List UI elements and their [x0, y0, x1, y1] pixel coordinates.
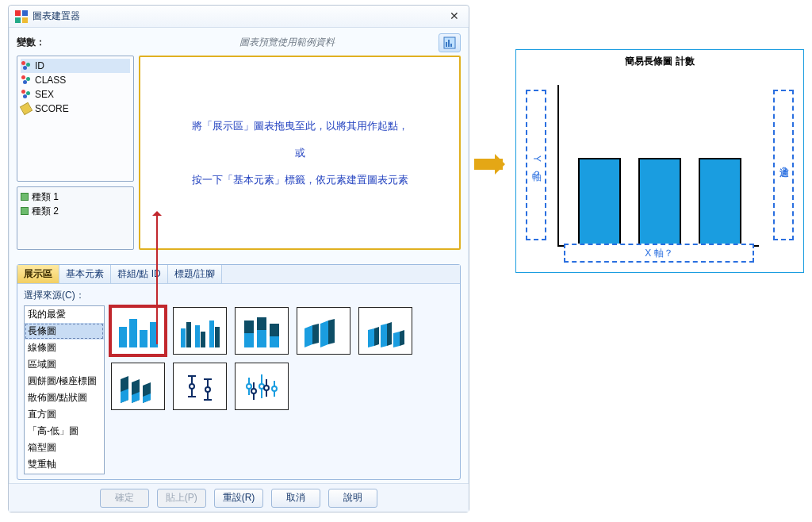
- nominal-icon: [21, 75, 32, 85]
- tab-strip: 展示區 基本元素 群組/點 ID 標題/註腳: [17, 265, 460, 284]
- chart-toggle-icon: [443, 36, 456, 49]
- svg-marker-23: [328, 319, 335, 344]
- category-item[interactable]: 種類 1: [21, 190, 130, 204]
- svg-marker-24: [368, 328, 374, 347]
- chart-builder-dialog: 圖表建置器 ✕ 變數： 圖表預覽使用範例資料 ID: [8, 5, 469, 512]
- svg-rect-12: [209, 320, 214, 347]
- category-list[interactable]: 種類 1 種類 2: [17, 186, 134, 250]
- variable-item[interactable]: CLASS: [21, 73, 130, 87]
- svg-point-51: [251, 389, 256, 393]
- svg-rect-10: [195, 325, 200, 347]
- chart-type-list[interactable]: 我的最愛 長條圖 線條圖 區域圖 圓餅圖/極座標圖 散佈圖/點狀圖 直方圖 「高…: [24, 305, 105, 474]
- variables-label: 變數：: [17, 36, 136, 49]
- svg-rect-15: [244, 333, 254, 347]
- preview-hint: 圖表預覽使用範例資料: [136, 36, 439, 49]
- app-icon: [15, 10, 28, 23]
- chart-type-item[interactable]: 散佈圖/點狀圖: [25, 390, 104, 406]
- chart-type-item[interactable]: 箱型圖: [25, 439, 104, 456]
- bar-3d-icon: [301, 313, 346, 349]
- svg-rect-13: [215, 327, 220, 347]
- help-button[interactable]: 說明: [328, 489, 377, 508]
- svg-rect-11: [201, 332, 205, 347]
- tab-basic-elements[interactable]: 基本元素: [59, 265, 111, 283]
- chart-type-item[interactable]: 雙重軸: [25, 456, 104, 473]
- preview-bar: [578, 158, 621, 245]
- chart-type-item[interactable]: 線條圖: [25, 340, 104, 356]
- error-bar-grouped-icon: [239, 368, 284, 405]
- chart-thumb-clustered-bar[interactable]: [173, 307, 227, 355]
- variable-item[interactable]: SCORE: [21, 102, 130, 116]
- svg-point-53: [264, 386, 269, 390]
- tab-groups-point-id[interactable]: 群組/點 ID: [111, 265, 168, 283]
- left-column: ID CLASS SEX SCORE: [17, 56, 134, 250]
- svg-marker-21: [312, 324, 319, 344]
- category-icon: [21, 193, 29, 201]
- reset-button[interactable]: 重設(R): [214, 489, 264, 508]
- preview-bar: [699, 158, 741, 245]
- variable-name: SEX: [35, 89, 54, 100]
- preview-bar: [638, 158, 681, 245]
- category-label: 種類 2: [32, 205, 59, 218]
- chart-type-item[interactable]: 我的最愛: [25, 306, 104, 323]
- canvas-hint-line: 或: [295, 140, 305, 167]
- variable-item[interactable]: SEX: [21, 87, 130, 102]
- chart-thumb-error-bar-2[interactable]: [235, 363, 289, 410]
- variable-item[interactable]: ID: [21, 59, 130, 73]
- titlebar: 圖表建置器 ✕: [9, 6, 469, 28]
- filter-dropzone[interactable]: 過濾？: [773, 90, 794, 240]
- cancel-button[interactable]: 取消: [271, 489, 320, 508]
- canvas-hint-line: 將「展示區」圖表拖曳至此，以將其用作起點，: [192, 113, 408, 140]
- svg-marker-28: [393, 332, 400, 347]
- tab-titles-footnotes[interactable]: 標題/註腳: [168, 265, 222, 283]
- svg-point-49: [272, 386, 277, 391]
- nominal-icon: [21, 90, 32, 99]
- category-item[interactable]: 種類 2: [21, 204, 130, 218]
- paste-button[interactable]: 貼上(P): [157, 489, 206, 508]
- variable-name: SCORE: [35, 103, 69, 114]
- plot-area: [557, 85, 759, 247]
- chart-type-item[interactable]: 直方圖: [25, 406, 104, 423]
- ok-button[interactable]: 確定: [100, 489, 149, 508]
- svg-rect-9: [186, 322, 191, 347]
- chart-type-item[interactable]: 區域圖: [25, 356, 104, 373]
- chart-type-item[interactable]: 長條圖: [25, 323, 104, 340]
- svg-rect-1: [446, 42, 447, 47]
- chart-thumb-3d-bar[interactable]: [297, 307, 350, 355]
- svg-rect-4: [119, 327, 127, 347]
- toggle-preview-button[interactable]: [439, 33, 461, 52]
- svg-rect-5: [129, 319, 137, 347]
- variable-name: CLASS: [35, 75, 66, 86]
- svg-marker-29: [400, 330, 404, 346]
- chart-type-item[interactable]: 圓餅圖/極座標圖: [25, 373, 104, 390]
- thumbnail-grid: [111, 305, 454, 474]
- category-label: 種類 1: [32, 190, 59, 204]
- stacked-bar-icon: [239, 313, 284, 349]
- chart-thumb-3d-clustered[interactable]: [358, 307, 412, 355]
- svg-marker-22: [320, 320, 328, 347]
- y-axis-dropzone[interactable]: Y 軸？: [526, 90, 546, 240]
- chart-type-item[interactable]: 「高-低」圖: [25, 423, 104, 439]
- bar-icon: [116, 313, 160, 349]
- svg-point-39: [190, 384, 194, 389]
- variable-list[interactable]: ID CLASS SEX SCORE: [17, 56, 134, 182]
- svg-marker-20: [304, 325, 312, 347]
- variable-name: ID: [35, 60, 44, 71]
- svg-point-43: [205, 387, 210, 392]
- svg-marker-27: [387, 322, 392, 346]
- close-icon[interactable]: ✕: [446, 10, 462, 24]
- category-icon: [21, 207, 29, 215]
- chart-thumb-3d-stacked[interactable]: [111, 363, 165, 410]
- svg-rect-3: [450, 44, 452, 47]
- annotation-arrow-up: [156, 214, 158, 344]
- choose-from-label: 選擇來源(C)：: [24, 289, 454, 302]
- result-preview: 簡易長條圖 計數 Y 軸？ 過濾？ X 軸？: [515, 49, 804, 273]
- nominal-icon: [21, 61, 32, 71]
- chart-thumb-stacked-bar[interactable]: [235, 307, 289, 355]
- x-axis-dropzone[interactable]: X 軸？: [564, 244, 754, 263]
- svg-rect-2: [448, 40, 450, 47]
- chart-canvas-dropzone[interactable]: 將「展示區」圖表拖曳至此，以將其用作起點， 或 按一下「基本元素」標籤，依元素建…: [139, 56, 461, 250]
- header-row: 變數： 圖表預覽使用範例資料: [17, 33, 461, 52]
- chart-thumb-error-bar-1[interactable]: [173, 363, 227, 410]
- tab-gallery[interactable]: 展示區: [17, 265, 59, 283]
- svg-marker-26: [381, 324, 387, 347]
